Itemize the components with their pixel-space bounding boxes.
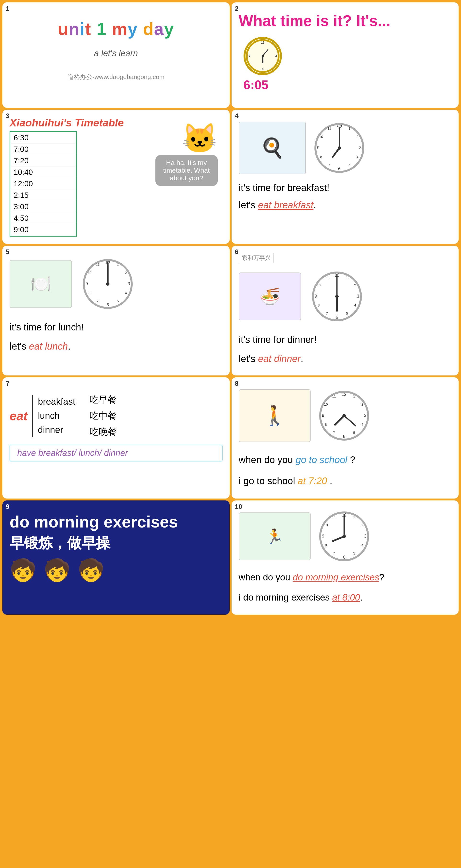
go-to-school-highlight: go to school [296,455,347,465]
svg-text:5: 5 [348,163,350,167]
clock-4: 12 12 9 3 6 11 1 2 4 5 7 8 10 [313,122,366,174]
svg-text:1: 1 [353,515,355,519]
card-10: 10 🏃 12 9 3 6 11 1 2 4 5 7 8 10 [232,500,459,615]
card-3: 3 Xiaohuihui's Timetable 6:30 7:00 7:20 … [2,110,230,244]
svg-text:4: 4 [354,303,356,307]
timetable-row: 3:00 [11,202,75,212]
card4-content: 🍳 12 12 9 3 6 11 1 2 4 5 7 8 10 [239,122,452,174]
svg-text:4: 4 [361,423,363,427]
vocab-words: breakfast lunch dinner [32,395,75,437]
svg-text:3: 3 [364,413,366,418]
vocab-chinese: 吃早餐 吃中餐 吃晚餐 [90,392,117,440]
vocab-lunch: lunch [38,409,75,423]
exercise-figure-2: 🧒 [43,558,70,583]
svg-text:6: 6 [338,166,340,171]
eat-lunch-highlight: eat lunch [29,341,68,351]
meal-top-5: 🍽️ 12 9 3 6 11 1 2 4 5 7 8 10 [9,258,222,310]
timetable-row: 7:20 [11,155,75,166]
svg-point-56 [335,295,339,298]
svg-text:3: 3 [359,145,361,150]
svg-text:1: 1 [353,394,355,398]
clock-label-2: 6:05 [244,78,269,92]
svg-text:10: 10 [317,283,321,287]
clock-2: 12 3 6 9 [244,37,282,75]
card4-image: 🍳 [239,122,306,174]
svg-text:10: 10 [324,403,328,406]
card-number-8: 8 [235,380,239,388]
exercise-figure-1: 🧒 [9,558,36,583]
svg-text:8: 8 [89,291,91,295]
card9-title-en: do morning exercises [9,513,222,531]
card-number-5: 5 [6,248,9,256]
svg-text:7: 7 [97,299,99,303]
eat-breakfast-highlight: eat breakfast [258,200,313,210]
svg-point-72 [342,414,346,417]
svg-text:12: 12 [341,392,346,397]
svg-text:3: 3 [275,54,277,58]
svg-text:8: 8 [325,543,327,547]
svg-text:9: 9 [86,281,88,286]
svg-point-88 [342,535,346,538]
svg-point-24 [338,146,341,150]
card-number-9: 9 [6,503,9,510]
svg-text:6: 6 [343,434,345,439]
card-number-2: 2 [235,5,239,12]
card4-text: it's time for breakfast! let's eat break… [239,179,452,214]
svg-text:1: 1 [348,127,350,130]
svg-text:5: 5 [346,312,348,315]
svg-text:2: 2 [361,523,363,527]
vocab-phrase-box: have breakfast/ lunch/ dinner [9,445,222,461]
card-number-10: 10 [235,503,242,510]
card-number-7: 7 [6,380,9,388]
card9-title-cn: 早锻炼，做早操 [9,533,222,553]
clock-5: 12 9 3 6 11 1 2 4 5 7 8 10 [82,258,134,310]
svg-text:5: 5 [353,431,355,435]
do-morning-exercises-highlight: do morning exercises [293,572,379,582]
eat-dinner-highlight: eat dinner [258,353,301,364]
card-number-3: 3 [6,112,9,120]
card-number-1: 1 [6,5,9,12]
svg-text:12: 12 [261,41,264,44]
card-number-4: 4 [235,112,239,120]
timetable-row: 12:00 [11,178,75,189]
exercise-figure-3: 🧒 [78,558,104,583]
card1-title: unit 1 my day [9,19,222,39]
svg-text:11: 11 [96,263,100,267]
main-grid: 1 unit 1 my day a let's learn 道格办公-www.d… [0,0,461,617]
timetable-row: 4:50 [11,213,75,224]
school-top: 🚶 12 9 3 6 11 1 2 4 5 7 8 10 [239,389,452,442]
card-5: 5 🍽️ 12 9 3 6 11 1 2 4 5 7 8 10 [2,246,230,375]
vocab-dinner: dinner [38,423,75,437]
svg-text:6: 6 [106,303,109,307]
svg-text:8: 8 [318,303,320,307]
svg-point-7 [262,55,264,57]
svg-text:10: 10 [324,523,328,527]
svg-text:11: 11 [332,515,336,519]
card-7: 7 eat breakfast lunch dinner 吃早餐 吃中餐 吃晚餐… [2,377,230,499]
svg-text:1: 1 [117,263,119,267]
card10-top: 🏃 12 9 3 6 11 1 2 4 5 7 8 10 [239,510,452,563]
svg-text:7: 7 [328,163,330,167]
school-text: when do you go to school ? i go to schoo… [239,449,452,491]
lunch-text: it's time for lunch! let's eat lunch. [9,317,222,356]
card10-text: when do you do morning exercises? i do m… [239,567,452,608]
vocab-cn-lunch: 吃中餐 [90,408,117,424]
svg-text:6: 6 [343,555,345,560]
vocab-cn-dinner: 吃晚餐 [90,424,117,440]
svg-text:10: 10 [88,271,91,275]
svg-text:8: 8 [325,423,327,427]
svg-text:10: 10 [319,135,323,138]
timetable-row: 6:30 [11,132,75,144]
svg-text:9: 9 [321,534,324,538]
at-800-highlight: at 8:00 [332,592,360,602]
svg-text:4: 4 [361,543,363,547]
svg-point-40 [106,282,110,286]
svg-text:3: 3 [364,534,366,538]
svg-text:11: 11 [332,394,336,398]
dinner-image: 🍜 [239,273,301,320]
svg-text:2: 2 [361,403,363,406]
card-number-6: 6 [235,248,239,256]
svg-text:8: 8 [320,155,322,159]
svg-text:9: 9 [314,294,317,299]
clock-container-2: 12 3 6 9 6:05 [244,37,452,92]
